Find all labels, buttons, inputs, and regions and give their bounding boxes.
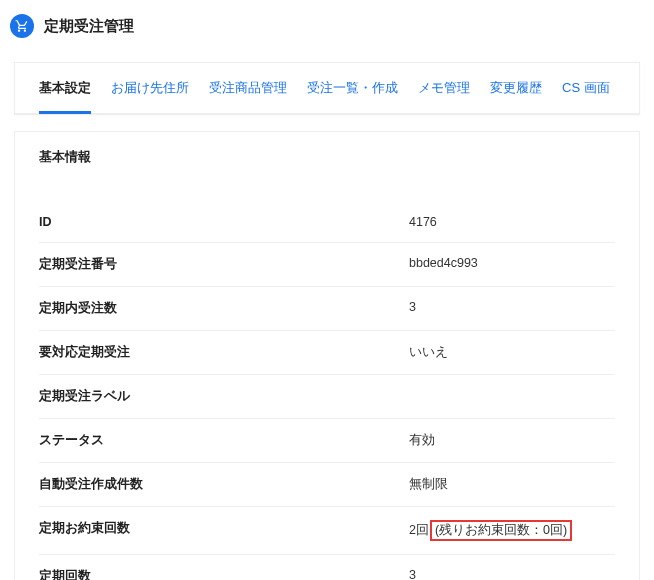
row-value: 2回(残りお約束回数：0回): [409, 520, 572, 541]
row-label: 定期お約束回数: [39, 520, 409, 541]
row-label: 定期受注番号: [39, 256, 409, 273]
row-value: 有効: [409, 432, 435, 449]
data-row: ID4176: [39, 202, 615, 243]
data-row: 自動受注作成件数無制限: [39, 463, 615, 507]
row-value: 3: [409, 300, 416, 317]
tab-3[interactable]: 受注一覧・作成: [307, 79, 398, 113]
row-label: 定期回数: [39, 568, 409, 580]
row-value-text: いいえ: [409, 344, 448, 361]
row-label: 要対応定期受注: [39, 344, 409, 361]
row-value: いいえ: [409, 344, 448, 361]
row-label: 定期内受注数: [39, 300, 409, 317]
cart-icon: [10, 14, 34, 38]
data-row: 定期内受注数3: [39, 287, 615, 331]
data-table: ID4176定期受注番号bbded4c993定期内受注数3要対応定期受注いいえ定…: [15, 182, 639, 580]
page-header: 定期受注管理: [0, 0, 654, 46]
tabs-bar: 基本設定お届け先住所受注商品管理受注一覧・作成メモ管理変更履歴CS 画面: [15, 63, 639, 114]
row-value-text: 2回: [409, 522, 429, 539]
row-value-text: 有効: [409, 432, 435, 449]
tab-5[interactable]: 変更履歴: [490, 79, 542, 113]
data-row: 定期回数3: [39, 555, 615, 580]
row-label: ID: [39, 215, 409, 229]
tab-6[interactable]: CS 画面: [562, 79, 610, 113]
row-label: ステータス: [39, 432, 409, 449]
basic-info-section: 基本情報 ID4176定期受注番号bbded4c993定期内受注数3要対応定期受…: [14, 131, 640, 580]
data-row: 要対応定期受注いいえ: [39, 331, 615, 375]
data-row: ステータス有効: [39, 419, 615, 463]
tab-4[interactable]: メモ管理: [418, 79, 470, 113]
highlight-annotation: (残りお約束回数：0回): [430, 520, 572, 541]
row-value: 3: [409, 568, 416, 580]
tab-0[interactable]: 基本設定: [39, 79, 91, 114]
data-row: 定期受注番号bbded4c993: [39, 243, 615, 287]
row-label: 定期受注ラベル: [39, 388, 409, 405]
row-label: 自動受注作成件数: [39, 476, 409, 493]
tabs-card: 基本設定お届け先住所受注商品管理受注一覧・作成メモ管理変更履歴CS 画面: [14, 62, 640, 115]
tab-1[interactable]: お届け先住所: [111, 79, 189, 113]
tab-2[interactable]: 受注商品管理: [209, 79, 287, 113]
page-title: 定期受注管理: [44, 17, 134, 36]
row-value: bbded4c993: [409, 256, 478, 273]
row-value: 4176: [409, 215, 437, 229]
data-row: 定期受注ラベル: [39, 375, 615, 419]
section-title: 基本情報: [15, 132, 639, 182]
row-value-text: 3: [409, 568, 416, 580]
row-value: 無制限: [409, 476, 448, 493]
data-row: 定期お約束回数2回(残りお約束回数：0回): [39, 507, 615, 555]
row-value-text: bbded4c993: [409, 256, 478, 270]
row-value-text: 無制限: [409, 476, 448, 493]
row-value-text: 4176: [409, 215, 437, 229]
row-value-text: 3: [409, 300, 416, 314]
